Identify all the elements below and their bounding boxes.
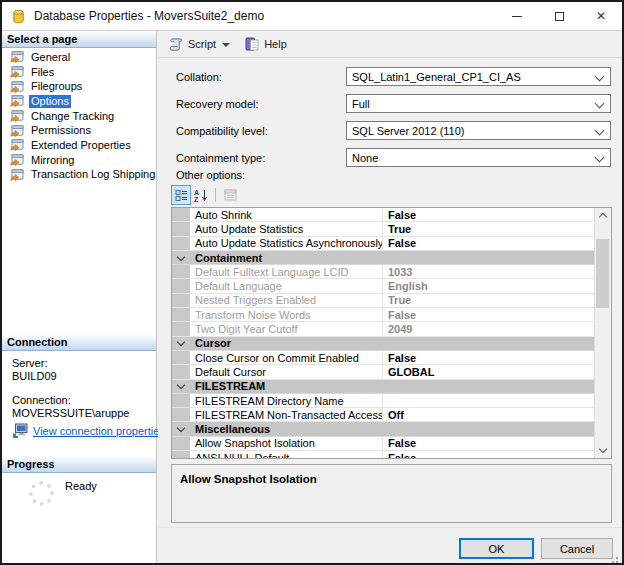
form-row: Recovery model: Full <box>158 94 622 113</box>
grid-row-ansi-null-default[interactable]: ANSI NULL Default False <box>172 451 595 458</box>
property-name: ANSI NULL Default <box>190 451 383 458</box>
row-gutter <box>172 408 190 421</box>
grid-row-allow-snapshot-isolation[interactable]: Allow Snapshot Isolation False <box>172 437 595 451</box>
window-controls: ✕ <box>496 2 622 30</box>
grid-row-default-fulltext-language-lcid[interactable]: Default Fulltext Language LCID 1033 <box>172 265 595 279</box>
row-gutter <box>172 322 190 335</box>
collapse-chevron-icon[interactable] <box>172 337 190 350</box>
collapse-chevron-icon[interactable] <box>172 251 190 264</box>
cancel-button[interactable]: Cancel <box>541 538 613 559</box>
property-value[interactable]: False <box>383 452 595 458</box>
window-title: Database Properties - MoversSuite2_demo <box>34 9 264 23</box>
categorized-view-button[interactable] <box>171 185 191 205</box>
property-value[interactable]: False <box>383 352 595 364</box>
field-label: Collation: <box>176 71 222 83</box>
progress-spinner-icon <box>29 481 54 506</box>
grid-scrollbar[interactable] <box>594 208 611 458</box>
svg-text:A: A <box>194 189 199 196</box>
server-value: BUILD09 <box>12 370 57 382</box>
grid-category-filestream[interactable]: FILESTREAM <box>172 380 595 394</box>
database-icon <box>11 9 26 24</box>
scroll-down-icon[interactable] <box>595 443 610 458</box>
property-value[interactable]: 1033 <box>383 266 595 278</box>
close-button[interactable]: ✕ <box>580 2 622 30</box>
grid-category-cursor[interactable]: Cursor <box>172 337 595 351</box>
collapse-chevron-icon[interactable] <box>172 380 190 393</box>
alphabetical-sort-button[interactable]: A Z <box>191 185 211 205</box>
property-value[interactable]: GLOBAL <box>383 366 595 378</box>
grid-row-two-digit-year-cutoff[interactable]: Two Digit Year Cutoff 2049 <box>172 322 595 336</box>
grid-row-default-language[interactable]: Default Language English <box>172 279 595 293</box>
collapse-chevron-icon[interactable] <box>172 422 190 435</box>
grid-row-auto-shrink[interactable]: Auto Shrink False <box>172 208 595 222</box>
property-value[interactable]: True <box>383 294 595 306</box>
maximize-button[interactable] <box>538 2 580 30</box>
progress-header: Progress <box>2 456 156 473</box>
connection-value: MOVERSSUITE\aruppe <box>12 407 129 419</box>
toolbar-separator <box>215 188 216 202</box>
connection-properties-icon <box>12 423 28 438</box>
property-value[interactable]: False <box>383 437 595 449</box>
property-value[interactable]: 2049 <box>383 323 595 335</box>
property-value[interactable]: False <box>383 209 595 221</box>
property-name: Auto Update Statistics <box>190 222 383 235</box>
svg-text:Z: Z <box>194 196 199 202</box>
grid-category-miscellaneous[interactable]: Miscellaneous <box>172 422 595 436</box>
sidebar-item-files[interactable]: Files <box>2 65 156 80</box>
row-gutter <box>172 237 190 250</box>
containment-type-dropdown[interactable]: None <box>346 148 611 167</box>
property-value[interactable]: True <box>383 223 595 235</box>
minimize-button[interactable] <box>496 2 538 30</box>
page-icon <box>10 51 24 63</box>
grid-category-containment[interactable]: Containment <box>172 251 595 265</box>
sidebar-item-transaction-log-shipping[interactable]: Transaction Log Shipping <box>2 168 156 183</box>
row-gutter <box>172 451 190 458</box>
form-row: Compatibility level: SQL Server 2012 (11… <box>158 121 622 140</box>
page-icon <box>10 81 24 93</box>
sidebar-item-extended-properties[interactable]: Extended Properties <box>2 138 156 153</box>
grid-row-nested-triggers-enabled[interactable]: Nested Triggers Enabled True <box>172 294 595 308</box>
compatibility-level-dropdown[interactable]: SQL Server 2012 (110) <box>346 121 611 140</box>
grid-row-auto-update-statistics[interactable]: Auto Update Statistics True <box>172 222 595 236</box>
alphabetical-sort-icon: A Z <box>194 189 208 202</box>
chevron-down-icon <box>595 153 605 163</box>
page-icon <box>10 66 24 78</box>
sidebar-item-mirroring[interactable]: Mirroring <box>2 153 156 168</box>
script-dropdown-caret[interactable] <box>222 43 230 47</box>
script-button[interactable]: Script <box>188 38 216 50</box>
sidebar-item-change-tracking[interactable]: Change Tracking <box>2 109 156 124</box>
grid-row-auto-update-statistics-asynchronously[interactable]: Auto Update Statistics Asynchronously Fa… <box>172 237 595 251</box>
minimize-icon <box>512 16 522 17</box>
property-value[interactable]: False <box>383 237 595 249</box>
help-button[interactable]: Help <box>264 38 287 50</box>
sidebar-item-filegroups[interactable]: Filegroups <box>2 79 156 94</box>
sidebar-item-options[interactable]: Options <box>2 94 156 109</box>
page-icon <box>10 95 24 107</box>
resize-grip[interactable] <box>616 557 618 559</box>
close-icon: ✕ <box>596 10 606 22</box>
collation-dropdown[interactable]: SQL_Latin1_General_CP1_CI_AS <box>346 67 611 86</box>
grid-row-close-cursor-on-commit-enabled[interactable]: Close Cursor on Commit Enabled False <box>172 351 595 365</box>
page-icon <box>10 154 24 166</box>
grid-row-default-cursor[interactable]: Default Cursor GLOBAL <box>172 365 595 379</box>
grid-row-filestream-directory-name[interactable]: FILESTREAM Directory Name <box>172 394 595 408</box>
categorized-icon <box>175 189 188 202</box>
sidebar-item-label: Change Tracking <box>29 110 116 123</box>
grid-row-filestream-non-transacted-access[interactable]: FILESTREAM Non-Transacted Access Off <box>172 408 595 422</box>
property-value[interactable]: False <box>383 309 595 321</box>
grid-row-transform-noise-words[interactable]: Transform Noise Words False <box>172 308 595 322</box>
sidebar-item-permissions[interactable]: Permissions <box>2 123 156 138</box>
view-connection-properties-link[interactable]: View connection properties <box>33 425 165 437</box>
recovery-model-dropdown[interactable]: Full <box>346 94 611 113</box>
row-gutter <box>172 437 190 450</box>
property-value[interactable]: Off <box>383 409 595 421</box>
scrollbar-thumb[interactable] <box>596 239 609 308</box>
sidebar: Select a page General Files <box>2 31 157 563</box>
property-name: Auto Update Statistics Asynchronously <box>190 237 383 250</box>
property-value[interactable]: English <box>383 280 595 292</box>
sidebar-item-label: Transaction Log Shipping <box>29 168 157 181</box>
ok-button[interactable]: OK <box>459 538 534 559</box>
sidebar-item-general[interactable]: General <box>2 50 156 65</box>
title-bar[interactable]: Database Properties - MoversSuite2_demo … <box>2 2 622 31</box>
scroll-up-icon[interactable] <box>595 208 610 223</box>
